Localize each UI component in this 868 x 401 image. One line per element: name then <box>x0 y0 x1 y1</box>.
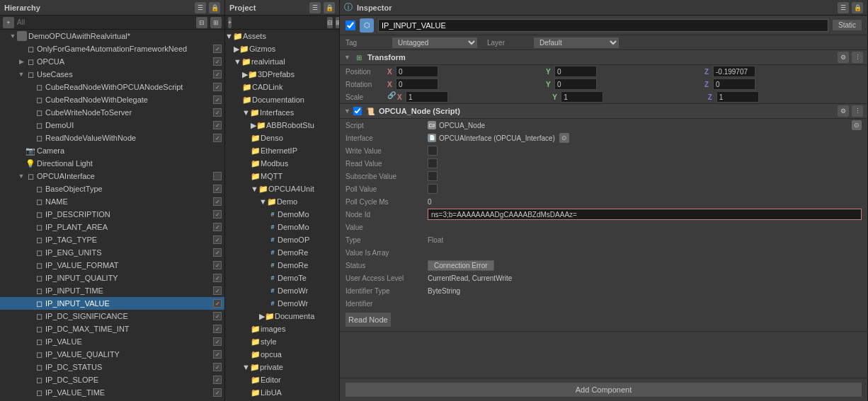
sca-x-input[interactable] <box>406 91 448 103</box>
project-item-3dprefabs[interactable]: ▶📁3DPrefabs <box>225 68 339 81</box>
hierarchy-item-iptag[interactable]: ◻IP_TAG_TYPE <box>0 233 224 246</box>
project-item-realvirtual[interactable]: ▼📁realvirtual <box>225 55 339 68</box>
tree-item-checkbox[interactable] <box>213 312 222 320</box>
transform-settings-btn[interactable]: ⚙ <box>838 52 849 63</box>
project-item-demowr2[interactable]: #DemoWr <box>225 297 339 310</box>
tree-item-checkbox[interactable] <box>213 121 222 129</box>
hierarchy-filter-btn[interactable]: ⊟ <box>196 17 207 28</box>
hierarchy-item-cubewrite[interactable]: ◻CubeWriteNodeToServer <box>0 106 224 119</box>
hierarchy-item-opcua[interactable]: ▶◻OPCUA <box>0 55 224 68</box>
tree-item-checkbox[interactable] <box>213 185 222 193</box>
hierarchy-item-ipvaltime[interactable]: ◻IP_VALUE_TIME <box>0 386 224 399</box>
sca-y-input[interactable] <box>561 91 603 103</box>
project-item-libua[interactable]: 📁LibUA <box>225 386 339 399</box>
hierarchy-menu-btn[interactable]: ☰ <box>195 2 206 13</box>
project-item-gizmos[interactable]: ▶📁Gizmos <box>225 42 339 55</box>
tree-item-checkbox[interactable] <box>213 83 222 91</box>
hierarchy-item-ipvalqual[interactable]: ◻IP_VALUE_QUALITY <box>0 348 224 361</box>
project-item-demore2[interactable]: #DemoRe <box>225 259 339 272</box>
pos-y-input[interactable] <box>554 66 597 77</box>
project-menu-btn[interactable]: ☰ <box>309 2 321 13</box>
go-active-checkbox[interactable] <box>346 21 355 30</box>
hierarchy-item-cuberead1[interactable]: ◻CubeReadNodeWithOPCUANodeScript <box>0 81 224 93</box>
tree-item-checkbox[interactable] <box>213 350 222 359</box>
project-item-opcua_f[interactable]: 📁opcua <box>225 348 339 361</box>
sca-z-input[interactable] <box>716 91 759 103</box>
poll-checkbox[interactable] <box>428 184 438 194</box>
project-item-demore1[interactable]: #DemoRe <box>225 246 339 259</box>
project-item-demote[interactable]: #DemoTe <box>225 272 339 284</box>
tree-item-checkbox[interactable] <box>213 70 222 79</box>
hierarchy-item-ipdesc[interactable]: ◻IP_DESCRIPTION <box>0 208 224 221</box>
tree-item-checkbox[interactable] <box>213 325 222 333</box>
pos-x-input[interactable] <box>396 66 438 77</box>
project-search-input[interactable] <box>234 18 324 26</box>
hierarchy-item-ipquality[interactable]: ◻IP_INPUT_QUALITY <box>0 272 224 284</box>
project-item-denso[interactable]: 📁Denso <box>225 132 339 144</box>
project-lock-btn[interactable]: 🔒 <box>324 2 335 13</box>
hierarchy-item-iptime[interactable]: ◻IP_INPUT_TIME <box>0 284 224 297</box>
project-item-images[interactable]: 📁images <box>225 322 339 335</box>
tree-item-checkbox[interactable] <box>213 261 222 269</box>
transform-header[interactable]: ▼ ⊞ Transform ⚙ ⋮ <box>340 50 867 65</box>
tree-item-checkbox[interactable] <box>213 299 222 308</box>
tree-item-checkbox[interactable] <box>213 376 222 384</box>
hierarchy-item-baseobj[interactable]: ◻BaseObjectType <box>0 182 224 195</box>
inspector-menu-btn[interactable]: ☰ <box>838 2 849 13</box>
hierarchy-item-ipinputval[interactable]: ◻IP_INPUT_VALUE <box>0 297 224 310</box>
project-item-ethernetip[interactable]: 📁EthernetIP <box>225 144 339 157</box>
tag-select[interactable]: Untagged <box>392 37 477 48</box>
hierarchy-item-name[interactable]: ◻NAME <box>0 195 224 208</box>
project-item-documentation[interactable]: 📁Documentation <box>225 93 339 106</box>
rot-x-input[interactable] <box>396 79 438 90</box>
hierarchy-item-ipdcmax[interactable]: ◻IP_DC_MAX_TIME_INT <box>0 322 224 335</box>
hierarchy-add-btn[interactable]: + <box>3 17 14 28</box>
hierarchy-item-dirlight[interactable]: 💡Directional Light <box>0 157 224 170</box>
tree-item-checkbox[interactable] <box>213 197 222 206</box>
hierarchy-item-ipvalfmt[interactable]: ◻IP_VALUE_FORMAT <box>0 259 224 272</box>
tree-item-checkbox[interactable] <box>213 337 222 346</box>
hierarchy-item-ipeng[interactable]: ◻IP_ENG_UNITS <box>0 246 224 259</box>
transform-menu-btn[interactable]: ⋮ <box>852 52 863 63</box>
hierarchy-search-input[interactable] <box>17 18 193 26</box>
project-item-mqtt[interactable]: 📁MQTT <box>225 170 339 182</box>
project-item-abrobot[interactable]: ▶📁ABBRobotStu <box>225 119 339 132</box>
tree-item-checkbox[interactable] <box>213 45 222 53</box>
tree-item-checkbox[interactable] <box>213 223 222 231</box>
go-name-input[interactable] <box>378 19 828 32</box>
script-select-btn[interactable]: ⊙ <box>852 120 862 130</box>
static-button[interactable]: Static <box>833 20 862 30</box>
project-item-style[interactable]: 📁style <box>225 335 339 348</box>
tree-item-checkbox[interactable] <box>213 95 222 104</box>
project-item-opcua4unit[interactable]: ▼📁OPCUA4Unit <box>225 182 339 195</box>
project-item-modbus[interactable]: 📁Modbus <box>225 157 339 170</box>
layer-select[interactable]: Default <box>534 37 619 48</box>
project-item-demowr1[interactable]: #DemoWr <box>225 284 339 297</box>
script-settings-btn[interactable]: ⚙ <box>838 105 849 117</box>
hierarchy-lock-btn[interactable]: 🔒 <box>209 2 220 13</box>
status-button[interactable]: Connection Error <box>428 260 494 271</box>
hierarchy-item-only[interactable]: ◻OnlyForGame4AutomationFrameworkNeed <box>0 42 224 55</box>
tree-item-checkbox[interactable] <box>213 286 222 295</box>
project-add-btn[interactable]: + <box>228 17 232 28</box>
write-value-checkbox[interactable] <box>428 146 438 156</box>
tree-item-checkbox[interactable] <box>213 172 222 180</box>
script-menu-btn[interactable]: ⋮ <box>852 105 863 117</box>
tree-item-checkbox[interactable] <box>213 57 222 66</box>
hierarchy-item-ipdc[interactable]: ◻IP_DC_SIGNIFICANCE <box>0 310 224 322</box>
scale-link-icon[interactable]: 🔗 <box>387 91 396 103</box>
script-active-checkbox[interactable] <box>353 107 362 115</box>
hierarchy-item-readnode[interactable]: ◻ReadNodeValueWithNode <box>0 132 224 144</box>
project-item-demo[interactable]: ▼📁Demo <box>225 195 339 208</box>
tree-item-checkbox[interactable] <box>213 388 222 397</box>
read-value-checkbox[interactable] <box>428 158 438 168</box>
tree-item-checkbox[interactable] <box>213 363 222 371</box>
project-item-demomo2[interactable]: #DemoMo <box>225 221 339 233</box>
project-item-demoop[interactable]: #DemoOP <box>225 233 339 246</box>
hierarchy-item-usecases[interactable]: ▼◻UseCases <box>0 68 224 81</box>
hierarchy-item-ipdcslope[interactable]: ◻IP_DC_SLOPE <box>0 373 224 386</box>
project-item-assets[interactable]: ▼📁Assets <box>225 30 339 42</box>
hierarchy-item-ipplant[interactable]: ◻IP_PLANT_AREA <box>0 221 224 233</box>
hierarchy-item-cuberead2[interactable]: ◻CubeReadNodeWithDelegate <box>0 93 224 106</box>
subscribe-checkbox[interactable] <box>428 171 438 181</box>
